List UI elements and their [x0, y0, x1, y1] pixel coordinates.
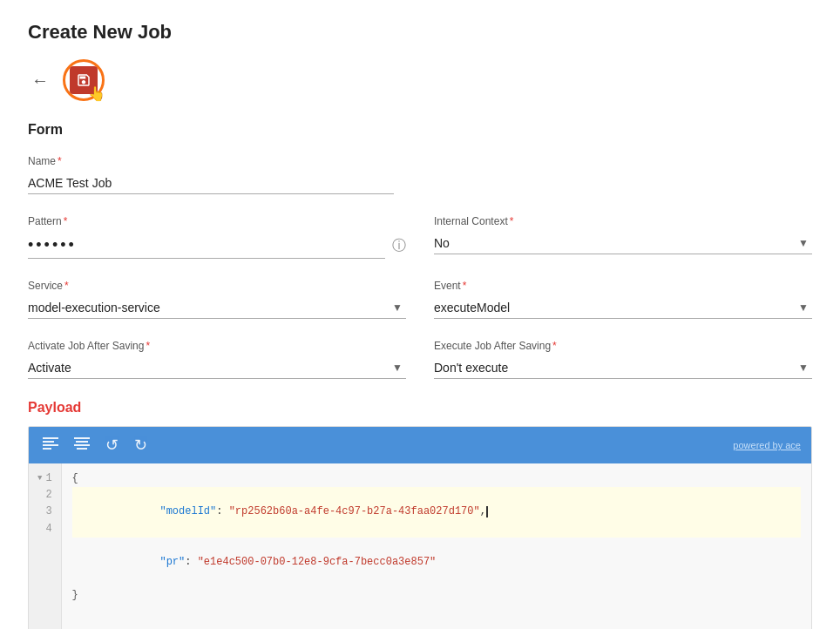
- activate-job-select[interactable]: Activate Don't activate: [28, 357, 406, 378]
- event-select[interactable]: executeModel other-event: [434, 297, 812, 318]
- internal-context-label: Internal Context*: [434, 215, 812, 227]
- execute-job-select[interactable]: Don't execute Execute: [434, 357, 812, 378]
- line-numbers: ▼ 1 2 3 4: [29, 463, 62, 629]
- page-title: Create New Job: [28, 21, 812, 44]
- payload-editor[interactable]: ↺ ↻ powered by ace ▼ 1 2 3 4 { "modelId"…: [28, 426, 812, 629]
- toolbar-align-left-btn[interactable]: [39, 436, 62, 455]
- internal-context-select[interactable]: No Yes: [434, 233, 812, 254]
- service-select[interactable]: model-execution-service other-service: [28, 297, 406, 318]
- activate-job-label: Activate Job After Saving*: [28, 340, 406, 352]
- toolbar-redo-btn[interactable]: ↻: [131, 434, 151, 457]
- event-label: Event*: [434, 280, 812, 292]
- back-button[interactable]: ←: [28, 67, 52, 94]
- form-section-title: Form: [28, 122, 812, 138]
- code-content[interactable]: { "modelId": "rp2562b60a-a4fe-4c97-b27a-…: [62, 463, 811, 629]
- name-input[interactable]: [28, 172, 394, 194]
- svg-rect-4: [74, 437, 90, 439]
- svg-rect-6: [74, 444, 90, 446]
- name-label: Name*: [28, 155, 394, 167]
- svg-rect-7: [77, 448, 87, 450]
- svg-rect-0: [43, 437, 58, 439]
- svg-rect-5: [76, 441, 88, 443]
- editor-body[interactable]: ▼ 1 2 3 4 { "modelId": "rp2562b60a-a4fe-…: [29, 463, 811, 629]
- svg-rect-1: [43, 441, 54, 443]
- payload-title: Payload: [28, 400, 812, 416]
- save-button[interactable]: 👆: [63, 59, 105, 101]
- execute-job-label: Execute Job After Saving*: [434, 340, 812, 352]
- svg-rect-2: [43, 444, 58, 446]
- toolbar-align-center-btn[interactable]: [71, 436, 93, 455]
- powered-by-label[interactable]: powered by ace: [733, 440, 801, 450]
- pattern-input[interactable]: [28, 233, 385, 259]
- editor-toolbar: ↺ ↻ powered by ace: [29, 427, 811, 463]
- pattern-label: Pattern*: [28, 215, 406, 227]
- info-icon[interactable]: ⓘ: [392, 237, 406, 255]
- service-label: Service*: [28, 280, 406, 292]
- toolbar-undo-btn[interactable]: ↺: [102, 434, 122, 457]
- svg-rect-3: [43, 448, 51, 450]
